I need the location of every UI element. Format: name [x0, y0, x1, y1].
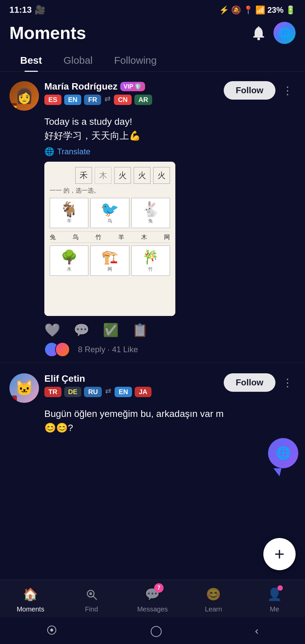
android-home-button[interactable]: ◯: [150, 624, 162, 637]
tab-best[interactable]: Best: [9, 49, 53, 71]
mute-icon: 🔕: [231, 5, 241, 15]
more-options-button-1[interactable]: ⋮: [279, 82, 296, 100]
svg-line-3: [93, 596, 97, 600]
nav-item-me[interactable]: 👤 Me: [258, 585, 291, 613]
ws-cell-goat: 🐐 羊: [50, 198, 88, 228]
post-user-info-1: 👩 🇪🇸 María Rodríguez VIP 🛡️ ES EN FR ⇄: [9, 81, 152, 111]
ws-words-row: 兔 鸟 竹 羊 木 网: [50, 231, 170, 243]
ws-cell-rabbit: 🐇 兔: [131, 198, 170, 228]
battery-icon: 🔋: [286, 5, 296, 15]
user-name-row-elif: Elif Çetin: [44, 373, 151, 384]
user-details-elif: Elif Çetin TR DE RU ⇄ EN JA: [44, 373, 151, 397]
ws-plant-grid: 🌳 木 🏗️ 网 🎋 竹: [50, 246, 170, 276]
check-icon[interactable]: ✅: [103, 323, 119, 337]
video-icon: 🎥: [35, 5, 45, 15]
me-icon: 👤: [265, 585, 284, 603]
nav-item-messages[interactable]: 💬 7 Messages: [136, 585, 169, 613]
post-header-1: 👩 🇪🇸 María Rodríguez VIP 🛡️ ES EN FR ⇄: [9, 81, 296, 111]
header: Moments 🌐: [0, 18, 305, 49]
nav-label-me: Me: [270, 605, 279, 613]
floating-language-bubble[interactable]: 🌐: [268, 438, 298, 476]
follow-button-elif[interactable]: Follow: [224, 373, 275, 392]
android-back-button[interactable]: ‹: [255, 625, 259, 637]
avatar-elif[interactable]: 🐱 🇹🇷: [9, 373, 39, 403]
like-icon[interactable]: 🤍: [44, 323, 60, 337]
user-name-row-maria: María Rodríguez VIP 🛡️: [44, 81, 152, 92]
post-text-2: Bugün öğlen yemeğim bu, arkadaşın var m …: [44, 407, 296, 435]
reaction-icons-1: 🤍 💬 ✅ 📋: [44, 323, 296, 337]
lang-tag-ar: AR: [134, 95, 152, 105]
location-icon: 📍: [243, 5, 253, 15]
plus-icon: +: [274, 544, 285, 564]
user-name-maria: María Rodríguez: [44, 81, 118, 92]
home-icon: 🏠: [21, 585, 40, 603]
commenter-avatars: [44, 342, 66, 357]
bluetooth-icon: ⚡: [219, 5, 229, 15]
status-right: ⚡ 🔕 📍 📶 23% 🔋: [219, 5, 296, 15]
follow-button-maria[interactable]: Follow: [224, 81, 275, 100]
notification-bell-icon[interactable]: [249, 23, 268, 42]
svg-point-2: [89, 592, 92, 595]
vip-text: VIP: [124, 83, 133, 90]
tab-following[interactable]: Following: [103, 49, 168, 71]
commenter-avatar-2: [55, 342, 70, 357]
translate-row[interactable]: 🌐 Translate: [44, 147, 296, 156]
lang-tag-tr: TR: [44, 387, 61, 397]
post-image-1[interactable]: 禾 木 火 火 火 一一 的，选一选。 🐐 羊 🐦 鸟: [44, 162, 175, 316]
comment-icon[interactable]: 💬: [74, 323, 89, 337]
nav-item-learn[interactable]: 😊 Learn: [197, 585, 230, 613]
page-title: Moments: [9, 23, 86, 43]
post-text-1: Today is a study day! 好好学习，天天向上💪: [44, 115, 296, 143]
lang-tag-cn: CN: [114, 95, 132, 105]
exchange-icon-2: ⇄: [105, 387, 111, 397]
post-content-2: Bugün öğlen yemeğim bu, arkadaşın var m …: [44, 407, 296, 435]
ws-cell-bamboo: 🎋 竹: [131, 246, 170, 276]
battery-text: 23%: [267, 5, 284, 15]
nav-label-messages: Messages: [137, 605, 168, 613]
post-footer-1: 🤍 💬 ✅ 📋 8 Reply · 41 Like: [44, 323, 296, 357]
lang-tag-de: DE: [64, 387, 82, 397]
ws-cell-tree: 🌳 木: [50, 246, 88, 276]
avatar-flag-turkey: 🇹🇷: [9, 395, 17, 403]
worksheet: 禾 木 火 火 火 一一 的，选一选。 🐐 羊 🐦 鸟: [44, 162, 175, 316]
tabs-container: Best Global Following: [0, 49, 305, 72]
bubble-icon[interactable]: 🌐: [268, 438, 298, 468]
header-icons: 🌐: [249, 22, 296, 44]
android-recent-button[interactable]: ⦿: [46, 625, 57, 637]
post-header-2: 🐱 🇹🇷 Elif Çetin TR DE RU ⇄ EN JA Foll: [9, 373, 296, 403]
lang-tag-en: EN: [64, 95, 82, 105]
vip-badge: VIP 🛡️: [120, 82, 145, 91]
more-options-button-2[interactable]: ⋮: [279, 374, 296, 392]
tab-global[interactable]: Global: [53, 49, 103, 71]
post-user-info-2: 🐱 🇹🇷 Elif Çetin TR DE RU ⇄ EN JA: [9, 373, 151, 403]
post-card-2: 🐱 🇹🇷 Elif Çetin TR DE RU ⇄ EN JA Foll: [0, 365, 305, 435]
profile-avatar-header[interactable]: 🌐: [273, 22, 296, 44]
lang-tag-ru: RU: [84, 387, 102, 397]
status-bar: 11:13 🎥 ⚡ 🔕 📍 📶 23% 🔋: [0, 0, 305, 18]
translate-icon: 🌐: [44, 147, 54, 156]
lang-tag-fr: FR: [84, 95, 101, 105]
nav-label-moments: Moments: [17, 605, 44, 613]
lang-tag-es: ES: [44, 95, 61, 105]
user-details-maria: María Rodríguez VIP 🛡️ ES EN FR ⇄ CN AR: [44, 81, 152, 105]
exchange-icon: ⇄: [104, 95, 111, 105]
lang-tags-elif: TR DE RU ⇄ EN JA: [44, 387, 151, 397]
nav-label-find: Find: [85, 605, 98, 613]
ws-top-chars: 禾 木 火 火 火: [50, 167, 170, 184]
nav-item-moments[interactable]: 🏠 Moments: [14, 585, 47, 613]
android-nav-bar: ⦿ ◯ ‹: [0, 617, 305, 644]
fab-add-button[interactable]: +: [263, 538, 296, 570]
ws-instruction: 一一 的，选一选。: [50, 186, 170, 195]
messages-badge: 7: [154, 583, 164, 593]
translate-label: Translate: [57, 147, 90, 156]
avatar-maria[interactable]: 👩 🇪🇸: [9, 81, 39, 111]
time: 11:13: [9, 5, 32, 15]
lang-tags-maria: ES EN FR ⇄ CN AR: [44, 95, 152, 105]
post-stats-1: 8 Reply · 41 Like: [44, 342, 296, 357]
post-card-1: 👩 🇪🇸 María Rodríguez VIP 🛡️ ES EN FR ⇄: [0, 73, 305, 363]
user-name-elif: Elif Çetin: [44, 373, 85, 384]
nav-item-find[interactable]: Find: [75, 585, 108, 613]
bookmark-icon[interactable]: 📋: [132, 323, 148, 337]
svg-point-0: [257, 38, 260, 40]
lang-tag-en2: EN: [115, 387, 132, 397]
